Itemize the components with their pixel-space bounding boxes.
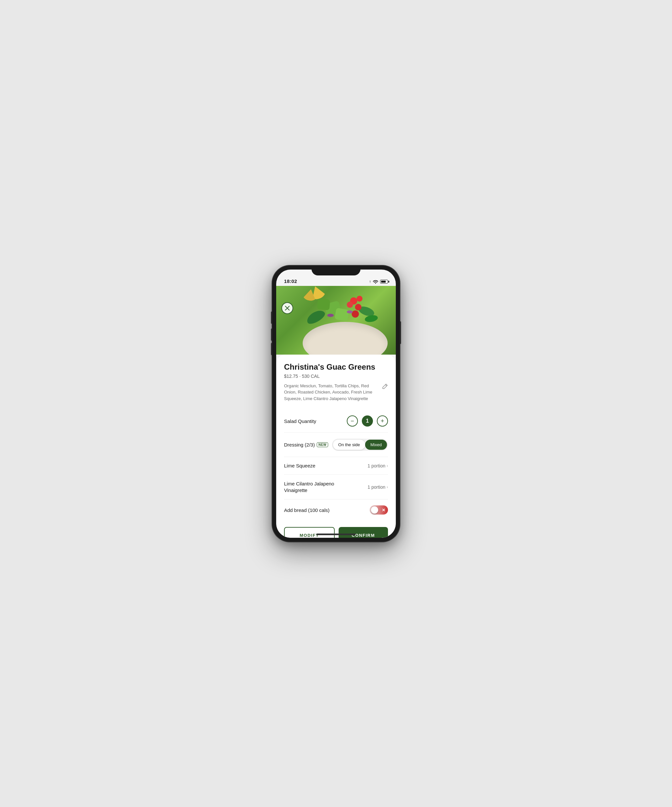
dressing-row: Dressing (2/3) NEW On the side Mixed <box>284 433 388 457</box>
bread-toggle-thumb <box>371 506 378 513</box>
dressing-label: Dressing (2/3) <box>284 442 315 447</box>
lime-chevron-icon: › <box>387 463 388 468</box>
bread-label: Add bread (100 cals) <box>284 507 329 513</box>
content-area: Christina's Guac Greens $12.75 · 530 CAL… <box>276 355 396 538</box>
lime-squeeze-label: Lime Squeeze <box>284 463 315 468</box>
vinaigrette-label: Lime Cilantro Jalapeno Vinaigrette <box>284 480 343 493</box>
bread-row: Add bread (100 cals) ✕ <box>284 500 388 520</box>
lime-squeeze-value: 1 portion › <box>368 463 388 468</box>
vinaigrette-row[interactable]: Lime Cilantro Jalapeno Vinaigrette 1 por… <box>284 475 388 500</box>
edit-icon[interactable] <box>381 384 388 390</box>
lime-squeeze-row[interactable]: Lime Squeeze 1 portion › <box>284 457 388 475</box>
status-time: 18:02 <box>284 278 297 284</box>
battery-icon <box>380 280 388 284</box>
home-indicator <box>316 533 356 535</box>
quantity-label: Salad Quantity <box>284 418 316 424</box>
tomato-5 <box>347 302 353 308</box>
onion-2 <box>347 311 353 313</box>
toggle-mixed[interactable]: Mixed <box>365 440 387 450</box>
item-description-row: Organic Mesclun, Tomato, Tortilla Chips,… <box>284 383 388 402</box>
vinaigrette-value: 1 portion › <box>368 485 388 490</box>
location-icon: ↑ <box>369 279 371 284</box>
lettuce-1 <box>305 308 327 326</box>
screen: 18:02 ↑ <box>276 269 396 538</box>
salad-bowl <box>300 292 391 355</box>
quantity-value: 1 <box>362 415 373 427</box>
wifi-icon <box>373 280 378 284</box>
bread-toggle[interactable]: ✕ <box>370 505 388 515</box>
quantity-stepper: − 1 + <box>347 415 388 427</box>
item-price-cal: $12.75 · 530 CAL <box>284 374 388 379</box>
modify-button[interactable]: MODIFY <box>284 527 335 538</box>
tomato-4 <box>352 311 359 318</box>
bread-toggle-x-icon: ✕ <box>382 508 386 513</box>
bowl-background <box>303 322 387 355</box>
phone-frame: 18:02 ↑ <box>272 266 400 542</box>
onion-1 <box>327 314 334 317</box>
tomato-2 <box>355 304 361 311</box>
bread-toggle-track: ✕ <box>370 505 388 515</box>
item-name: Christina's Guac Greens <box>284 362 388 372</box>
close-icon <box>285 306 290 311</box>
status-icons: ↑ <box>369 279 388 284</box>
vinaigrette-chevron-icon: › <box>387 485 388 489</box>
close-button[interactable] <box>281 302 293 314</box>
increase-button[interactable]: + <box>377 415 388 427</box>
toggle-on-side[interactable]: On the side <box>333 440 366 450</box>
bottom-buttons: MODIFY CONFIRM <box>284 520 388 538</box>
quantity-row: Salad Quantity − 1 + <box>284 410 388 433</box>
decrease-button[interactable]: − <box>347 415 358 427</box>
avocado-2 <box>334 307 349 321</box>
avocado-3 <box>317 298 331 310</box>
battery-fill <box>381 281 386 282</box>
dressing-toggle[interactable]: On the side Mixed <box>332 439 388 451</box>
dressing-label-group: Dressing (2/3) NEW <box>284 442 328 447</box>
dressing-badge: NEW <box>317 442 328 447</box>
item-description: Organic Mesclun, Tomato, Tortilla Chips,… <box>284 383 381 402</box>
food-image <box>276 286 396 355</box>
notch <box>311 266 361 276</box>
tomato-3 <box>357 296 362 302</box>
confirm-button[interactable]: CONFIRM <box>339 527 388 538</box>
